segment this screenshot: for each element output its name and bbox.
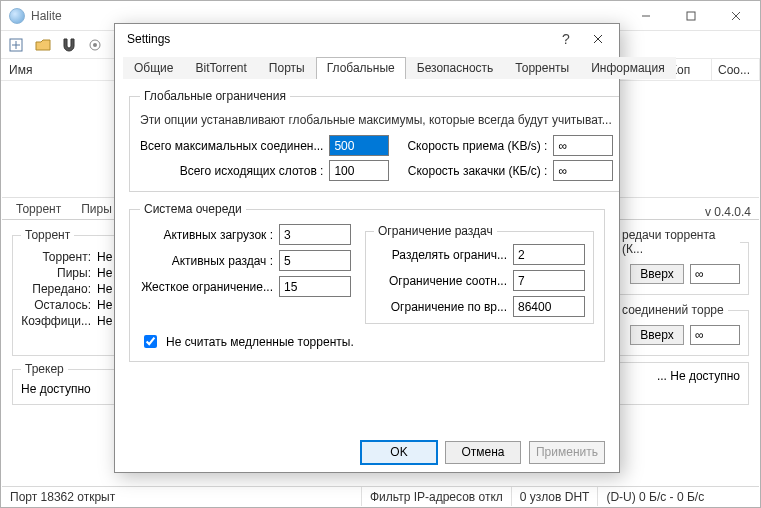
- val-peers: Не: [97, 266, 112, 280]
- rate-limit-legend: редачи торрента (К...: [618, 228, 740, 256]
- ok-button[interactable]: OK: [361, 441, 437, 464]
- tracker-right-group: ... Не доступно: [609, 362, 749, 405]
- global-limits-group: Глобальные ограничения Эти опции устанав…: [129, 89, 619, 192]
- status-port: Порт 18362 открыт: [2, 487, 362, 506]
- val-torrent: Не: [97, 250, 112, 264]
- val-ratio: Не: [97, 314, 112, 328]
- conn-limit-legend: соединений торре: [618, 303, 728, 317]
- cancel-button[interactable]: Отмена: [445, 441, 521, 464]
- open-folder-icon[interactable]: [33, 35, 53, 55]
- svg-point-8: [93, 43, 97, 47]
- lbl-max-conn: Всего максимальных соединен...: [140, 139, 323, 153]
- global-limits-hint: Эти опции устанавливают глобальные макси…: [140, 113, 613, 127]
- lbl-ratio: Коэффици...: [21, 314, 91, 328]
- tab-torrents[interactable]: Торренты: [504, 57, 580, 79]
- status-dht: 0 узлов DHT: [512, 487, 599, 506]
- tab-global[interactable]: Глобальные: [316, 57, 406, 79]
- maximize-button[interactable]: [668, 2, 713, 30]
- input-ratio[interactable]: [513, 270, 585, 291]
- dont-count-slow-checkbox[interactable]: Не считать медленные торренты.: [140, 332, 594, 351]
- rate-up-button[interactable]: Вверх: [630, 264, 684, 284]
- lbl-active-seed: Активных раздач :: [140, 254, 273, 268]
- global-limits-legend: Глобальные ограничения: [140, 89, 290, 103]
- conn-up-input[interactable]: [690, 325, 740, 345]
- conn-limit-group: соединений торре Вверх: [609, 303, 749, 356]
- dialog-body: Глобальные ограничения Эти опции устанав…: [115, 79, 619, 432]
- tab-ports[interactable]: Порты: [258, 57, 316, 79]
- input-max-conn[interactable]: [329, 135, 389, 156]
- lbl-hard-limit: Жесткое ограничение...: [140, 280, 273, 294]
- rate-up-input[interactable]: [690, 264, 740, 284]
- status-ipfilter: Фильтр IP-адресов откл: [362, 487, 512, 506]
- input-dl-rate[interactable]: [553, 135, 613, 156]
- status-rates: (D-U) 0 Б/с - 0 Б/с: [598, 487, 759, 506]
- dialog-title: Settings: [127, 32, 551, 46]
- app-icon: [9, 8, 25, 24]
- statusbar: Порт 18362 открыт Фильтр IP-адресов откл…: [2, 486, 759, 506]
- lbl-torrent: Торрент:: [21, 250, 91, 264]
- settings-icon[interactable]: [85, 35, 105, 55]
- dont-count-slow-label: Не считать медленные торренты.: [166, 335, 354, 349]
- tab-general[interactable]: Общие: [123, 57, 184, 79]
- dialog-button-row: OK Отмена Применить: [115, 432, 619, 472]
- input-active-seed[interactable]: [279, 250, 351, 271]
- svg-rect-1: [687, 12, 695, 20]
- seed-limits-group: Ограничение раздач Разделять огранич... …: [365, 224, 594, 324]
- input-time[interactable]: [513, 296, 585, 317]
- lbl-dl-rate: Скорость приема (KB/s) :: [407, 139, 547, 153]
- dont-count-slow-input[interactable]: [144, 335, 157, 348]
- lbl-peers: Пиры:: [21, 266, 91, 280]
- apply-button[interactable]: Применить: [529, 441, 605, 464]
- lbl-active-dl: Активных загрузок :: [140, 228, 273, 242]
- lbl-time: Ограничение по вр...: [374, 300, 507, 314]
- tracker-right-value: ... Не доступно: [618, 369, 740, 383]
- dialog-help-button[interactable]: ?: [551, 31, 581, 47]
- dialog-tabs: Общие BitTorrent Порты Глобальные Безопа…: [115, 54, 619, 78]
- tab-security[interactable]: Безопасность: [406, 57, 505, 79]
- lbl-upload-slots: Всего исходящих слотов :: [140, 164, 323, 178]
- lbl-sent: Передано:: [21, 282, 91, 296]
- conn-up-button[interactable]: Вверх: [630, 325, 684, 345]
- magnet-icon[interactable]: [59, 35, 79, 55]
- dialog-titlebar: Settings ?: [115, 24, 619, 54]
- new-torrent-icon[interactable]: [7, 35, 27, 55]
- val-remaining: Не: [97, 298, 112, 312]
- main-window: Halite Имя Коп Соо... Торрент Пиры Ф v 0…: [0, 0, 761, 508]
- dialog-close-button[interactable]: [581, 32, 615, 47]
- torrent-info-legend: Торрент: [21, 228, 74, 242]
- input-upload-slots[interactable]: [329, 160, 389, 181]
- queue-legend: Система очереди: [140, 202, 246, 216]
- input-active-dl[interactable]: [279, 224, 351, 245]
- lbl-share: Разделять огранич...: [374, 248, 507, 262]
- version-label: v 0.4.0.4: [705, 205, 751, 219]
- minimize-button[interactable]: [623, 2, 668, 30]
- lbl-remaining: Осталось:: [21, 298, 91, 312]
- input-share[interactable]: [513, 244, 585, 265]
- lbl-ul-rate: Скорость закачки (КБ/с) :: [407, 164, 547, 178]
- app-title: Halite: [31, 9, 62, 23]
- input-hard-limit[interactable]: [279, 276, 351, 297]
- val-sent: Не: [97, 282, 112, 296]
- tab-bittorrent[interactable]: BitTorrent: [184, 57, 257, 79]
- column-messages[interactable]: Соо...: [712, 59, 760, 80]
- tab-torrent[interactable]: Торрент: [6, 199, 71, 219]
- input-ul-rate[interactable]: [553, 160, 613, 181]
- rate-limit-group: редачи торрента (К... Вверх: [609, 228, 749, 295]
- lbl-ratio: Ограничение соотн...: [374, 274, 507, 288]
- seed-limits-legend: Ограничение раздач: [374, 224, 497, 238]
- queue-group: Система очереди Активных загрузок : Акти…: [129, 202, 605, 362]
- tracker-legend: Трекер: [21, 362, 68, 376]
- settings-dialog: Settings ? Общие BitTorrent Порты Глобал…: [114, 23, 620, 473]
- close-button[interactable]: [713, 2, 758, 30]
- tab-info[interactable]: Информация: [580, 57, 675, 79]
